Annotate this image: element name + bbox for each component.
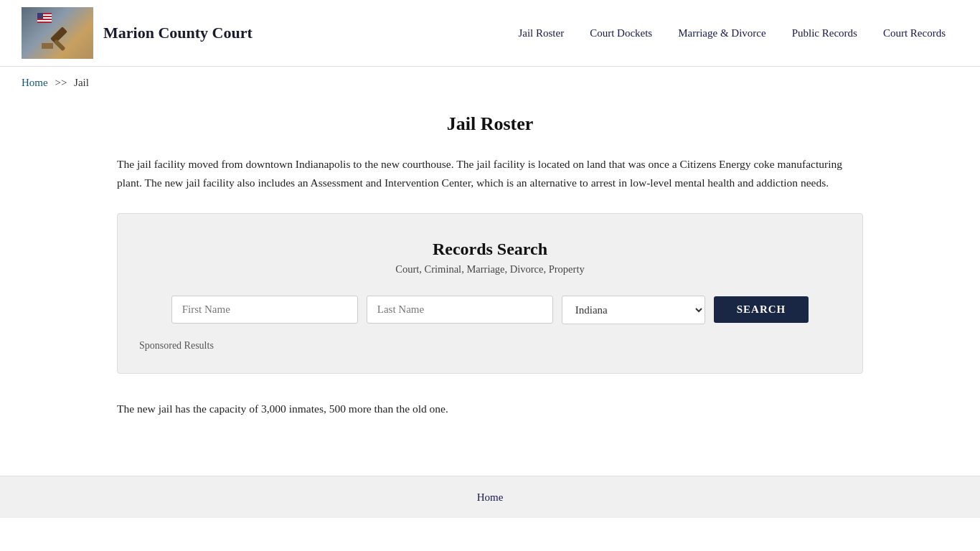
nav-court-dockets[interactable]: Court Dockets <box>577 22 665 45</box>
nav-marriage-divorce[interactable]: Marriage & Divorce <box>665 22 778 45</box>
intro-paragraph: The jail facility moved from downtown In… <box>117 155 863 193</box>
main-content: Jail Roster The jail facility moved from… <box>95 113 885 476</box>
first-name-input[interactable] <box>171 296 358 324</box>
svg-rect-6 <box>54 39 66 52</box>
state-select[interactable]: Indiana Alabama Alaska Arizona Arkansas … <box>562 296 705 324</box>
search-title: Records Search <box>139 240 841 259</box>
page-title: Jail Roster <box>117 113 863 135</box>
breadcrumb-home[interactable]: Home <box>22 77 48 88</box>
sponsored-label: Sponsored Results <box>139 340 214 351</box>
footer-home-link[interactable]: Home <box>477 491 504 503</box>
search-section: Records Search Court, Criminal, Marriage… <box>117 213 863 374</box>
last-name-input[interactable] <box>367 296 553 324</box>
svg-rect-5 <box>50 27 67 44</box>
site-logo <box>22 7 93 59</box>
site-title: Marion County Court <box>103 24 253 42</box>
search-button[interactable]: SEARCH <box>714 296 809 323</box>
breadcrumb-current: Jail <box>74 77 89 88</box>
nav-court-records[interactable]: Court Records <box>870 22 958 45</box>
capacity-paragraph: The new jail has the capacity of 3,000 i… <box>117 400 863 418</box>
breadcrumb: Home >> Jail <box>0 67 980 99</box>
nav-public-records[interactable]: Public Records <box>779 22 870 45</box>
svg-rect-7 <box>42 43 53 49</box>
search-subtitle: Court, Criminal, Marriage, Divorce, Prop… <box>139 263 841 276</box>
site-footer: Home <box>0 476 980 518</box>
search-row: Indiana Alabama Alaska Arizona Arkansas … <box>139 296 841 324</box>
svg-rect-4 <box>37 13 43 19</box>
logo-area: Marion County Court <box>22 7 253 59</box>
sponsored-results: Sponsored Results <box>139 339 841 352</box>
main-nav: Jail Roster Court Dockets Marriage & Div… <box>505 22 958 45</box>
breadcrumb-separator: >> <box>55 77 67 88</box>
site-header: Marion County Court Jail Roster Court Do… <box>0 0 980 67</box>
svg-rect-3 <box>37 20 52 22</box>
nav-jail-roster[interactable]: Jail Roster <box>505 22 577 45</box>
gavel-icon <box>36 11 79 55</box>
